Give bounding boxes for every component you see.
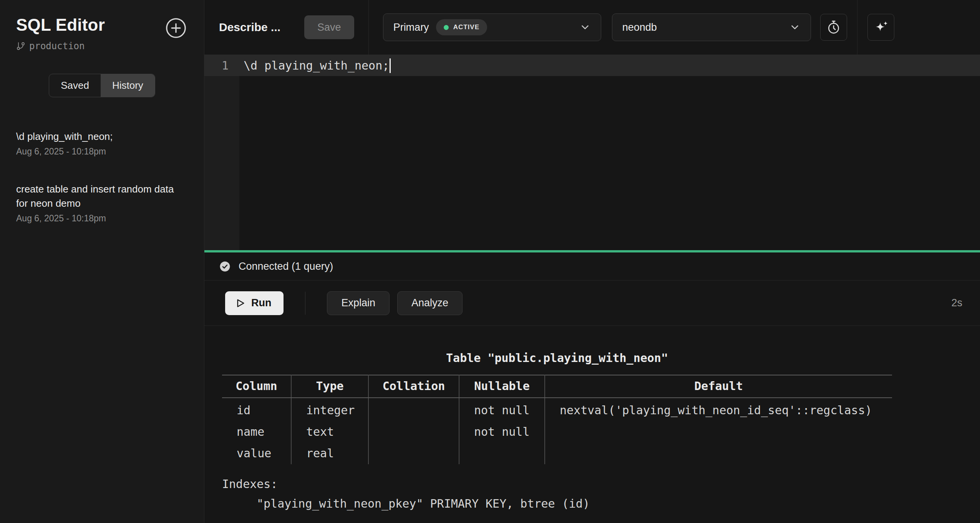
chevron-down-icon (579, 22, 591, 33)
table-row: value real (222, 443, 892, 464)
history-timestamp: Aug 6, 2025 - 10:18pm (16, 213, 187, 224)
branch-status-label: ACTIVE (453, 23, 479, 31)
sql-editor-app: SQL Editor production Saved History \d (0, 0, 980, 523)
main-panel: Describe ... Save Primary ACTIVE neondb (204, 0, 980, 523)
table-cell: nextval('playing_with_neon_id_seq'::regc… (545, 398, 892, 421)
sparkles-icon (873, 20, 889, 35)
table-cell: id (222, 398, 291, 421)
query-history-button[interactable] (820, 14, 847, 41)
toolbar-divider (305, 292, 305, 315)
git-branch-icon (16, 42, 25, 51)
run-button-label: Run (251, 297, 271, 309)
table-row: id integer not null nextval('playing_wit… (222, 398, 892, 421)
database-select[interactable]: neondb (612, 13, 811, 41)
ai-assistant-button[interactable] (867, 14, 894, 41)
plus-circle-icon (165, 17, 187, 39)
table-cell: text (291, 421, 368, 443)
saved-history-tabs: Saved History (49, 74, 155, 97)
table-header-row: Column Type Collation Nullable Default (222, 375, 892, 398)
table-cell: name (222, 421, 291, 443)
sidebar-header: SQL Editor production (0, 15, 204, 51)
branch-select-value: Primary (393, 22, 429, 33)
code-text: \d playing_with_neon; (244, 59, 389, 72)
table-cell: value (222, 443, 291, 464)
branch-select[interactable]: Primary ACTIVE (383, 13, 601, 41)
page-title: SQL Editor (16, 15, 105, 35)
editor-topbar: Describe ... Save Primary ACTIVE neondb (204, 0, 980, 55)
code-cell[interactable]: \d playing_with_neon; (239, 58, 391, 73)
branch-name: production (29, 41, 85, 51)
history-query-text: \d playing_with_neon; (16, 130, 187, 143)
table-row: name text not null (222, 421, 892, 443)
topbar-divider (857, 0, 857, 55)
chevron-down-icon (789, 22, 801, 33)
results-table: Column Type Collation Nullable Default i… (222, 375, 892, 464)
table-header-type: Type (291, 375, 368, 398)
history-timestamp: Aug 6, 2025 - 10:18pm (16, 146, 187, 157)
history-query-text: create table and insert random data for … (16, 182, 187, 210)
table-cell: not null (459, 421, 545, 443)
table-cell (545, 443, 892, 464)
history-list: \d playing_with_neon; Aug 6, 2025 - 10:1… (0, 130, 204, 224)
topbar-divider (368, 0, 369, 55)
branch-indicator: production (16, 41, 105, 51)
code-line: 1 \d playing_with_neon; (204, 55, 980, 76)
table-header-nullable: Nullable (459, 375, 545, 398)
stopwatch-icon (826, 20, 841, 35)
play-icon (234, 297, 246, 309)
table-cell (368, 443, 459, 464)
table-header-collation: Collation (368, 375, 459, 398)
history-item[interactable]: \d playing_with_neon; Aug 6, 2025 - 10:1… (16, 130, 187, 157)
tab-history[interactable]: History (101, 74, 155, 97)
new-query-button[interactable] (165, 15, 187, 39)
branch-status-badge: ACTIVE (436, 19, 487, 35)
table-cell: real (291, 443, 368, 464)
query-duration: 2s (951, 297, 962, 309)
table-cell (368, 398, 459, 421)
run-button[interactable]: Run (225, 291, 284, 315)
table-cell (545, 421, 892, 443)
indexes-label: Indexes: (222, 477, 980, 491)
line-number: 1 (204, 59, 239, 72)
query-toolbar: Run Explain Analyze 2s (204, 281, 980, 326)
table-header-default: Default (545, 375, 892, 398)
table-header-column: Column (222, 375, 291, 398)
query-name[interactable]: Describe ... (219, 21, 280, 34)
sql-code-editor[interactable]: 1 \d playing_with_neon; (204, 55, 980, 250)
tab-saved[interactable]: Saved (49, 74, 101, 97)
line-number-gutter (204, 55, 239, 250)
query-results: Table "public.playing_with_neon" Column … (204, 326, 980, 523)
connection-status-text: Connected (1 query) (239, 261, 333, 272)
text-cursor (390, 58, 391, 73)
table-cell (368, 421, 459, 443)
save-button[interactable]: Save (304, 15, 354, 39)
active-dot (444, 25, 449, 30)
table-cell: integer (291, 398, 368, 421)
table-cell: not null (459, 398, 545, 421)
results-table-title: Table "public.playing_with_neon" (222, 351, 892, 365)
table-cell (459, 443, 545, 464)
database-select-value: neondb (622, 22, 657, 33)
index-definition: "playing_with_neon_pkey" PRIMARY KEY, bt… (222, 497, 980, 510)
sidebar: SQL Editor production Saved History \d (0, 0, 204, 523)
connection-status-row: Connected (1 query) (204, 252, 980, 281)
explain-button[interactable]: Explain (327, 291, 390, 315)
analyze-button[interactable]: Analyze (397, 291, 463, 315)
history-item[interactable]: create table and insert random data for … (16, 182, 187, 224)
check-circle-icon (219, 261, 231, 272)
